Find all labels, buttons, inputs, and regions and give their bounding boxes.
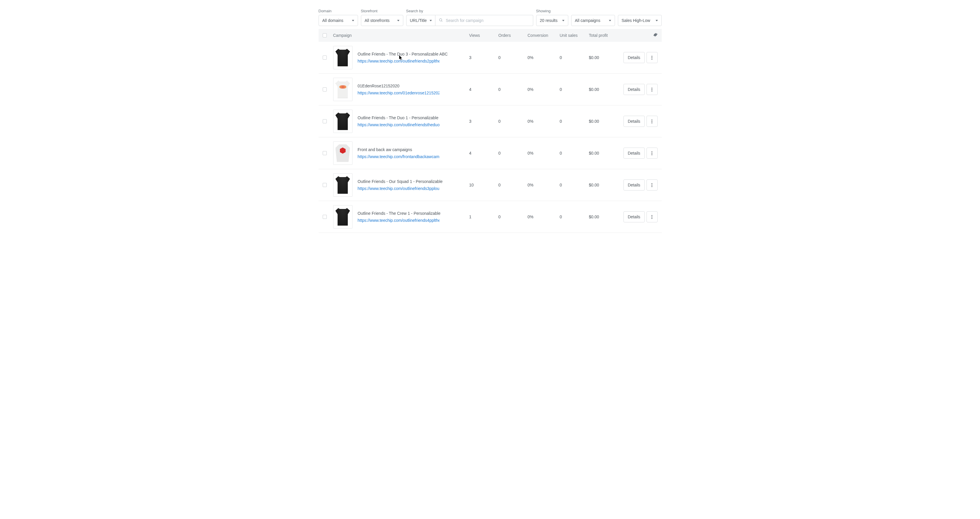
searchby-select[interactable]: URL/Title	[406, 15, 435, 26]
chevron-down-icon	[397, 20, 399, 21]
campaign-title: Outline Friends - The Duo 3 - Personaliz…	[358, 52, 448, 56]
product-thumbnail	[333, 173, 352, 196]
thumbnail-image	[336, 112, 350, 130]
orders-cell: 0	[498, 119, 528, 124]
more-actions-button[interactable]	[646, 84, 658, 95]
more-vertical-icon	[651, 152, 652, 155]
campaign-cell: 01EdenRose12152020 https://www.teechip.c…	[333, 78, 469, 101]
filter-bar: Domain All domains Storefront All storef…	[318, 9, 662, 26]
sort-label	[618, 9, 662, 13]
row-checkbox-wrap	[323, 215, 333, 219]
conversion-cell: 0%	[528, 151, 560, 155]
row-checkbox[interactable]	[323, 56, 327, 60]
search-input-wrap	[435, 15, 533, 26]
gear-icon[interactable]	[653, 32, 658, 38]
table-body: Outline Friends - The Duo 3 - Personaliz…	[318, 42, 662, 233]
campaign-url[interactable]: https://www.teechip.com/outlinefriendsth…	[358, 123, 439, 127]
total-profit-cell: $0.00	[589, 55, 618, 60]
more-actions-button[interactable]	[646, 52, 658, 63]
views-cell: 3	[469, 119, 498, 124]
select-all-wrap	[323, 33, 333, 37]
more-actions-button[interactable]	[646, 179, 658, 190]
sort-select[interactable]: Sales High-Low	[618, 15, 662, 26]
actions-cell: Details	[618, 148, 658, 159]
views-cell: 4	[469, 151, 498, 155]
showing-label: Showing	[536, 9, 568, 13]
campaign-cell: Outline Friends - The Crew 1 - Personali…	[333, 205, 469, 228]
chevron-down-icon	[430, 20, 432, 21]
unit-sales-cell: 0	[560, 214, 589, 219]
showing-value: 20 results	[540, 18, 558, 23]
campaigns-page: Domain All domains Storefront All storef…	[318, 9, 662, 233]
campaign-url[interactable]: https://www.teechip.com/outlinefriends3p…	[358, 186, 439, 191]
campaign-texts: Outline Friends - The Duo 1 - Personaliz…	[358, 115, 439, 127]
orders-cell: 0	[498, 87, 528, 92]
views-cell: 4	[469, 87, 498, 92]
more-actions-button[interactable]	[646, 116, 658, 127]
search-group: Search by URL/Title	[406, 9, 533, 26]
table-row: Outline Friends - The Duo 3 - Personaliz…	[318, 42, 662, 73]
campaign-title: Outline Friends - The Crew 1 - Personali…	[358, 211, 441, 216]
details-button[interactable]: Details	[624, 211, 645, 222]
header-actions	[618, 32, 658, 38]
campaign-url[interactable]: https://www.teechip.com/outlinefriends4p…	[358, 218, 439, 223]
row-checkbox-wrap	[323, 151, 333, 155]
conversion-cell: 0%	[528, 214, 560, 219]
header-total-profit: Total profit	[589, 33, 618, 38]
unit-sales-cell: 0	[560, 119, 589, 124]
more-actions-button[interactable]	[646, 148, 658, 159]
orders-cell: 0	[498, 183, 528, 187]
campaign-title: Outline Friends - Our Squad 1 - Personal…	[358, 179, 443, 184]
row-checkbox[interactable]	[323, 215, 327, 219]
row-checkbox[interactable]	[323, 119, 327, 123]
total-profit-cell: $0.00	[589, 119, 618, 124]
row-checkbox-wrap	[323, 87, 333, 91]
orders-cell: 0	[498, 151, 528, 155]
more-actions-button[interactable]	[646, 211, 658, 222]
row-checkbox[interactable]	[323, 183, 327, 187]
table-row: 01EdenRose12152020 https://www.teechip.c…	[318, 73, 662, 105]
details-button[interactable]: Details	[624, 148, 645, 159]
row-checkbox-wrap	[323, 119, 333, 123]
conversion-cell: 0%	[528, 183, 560, 187]
campaign-url[interactable]: https://www.teechip.com/01edenrose121520…	[358, 91, 439, 95]
details-button[interactable]: Details	[624, 84, 645, 95]
unit-sales-cell: 0	[560, 55, 589, 60]
header-campaign: Campaign	[333, 33, 469, 38]
details-button[interactable]: Details	[624, 179, 645, 190]
details-button[interactable]: Details	[624, 52, 645, 63]
campaign-cell: Outline Friends - The Duo 3 - Personaliz…	[333, 46, 469, 69]
actions-cell: Details	[618, 84, 658, 95]
domain-label: Domain	[318, 9, 358, 13]
header-unit-sales: Unit sales	[560, 33, 589, 38]
campaign-url[interactable]: https://www.teechip.com/frontandbackawca…	[358, 154, 439, 159]
campaign-url[interactable]: https://www.teechip.com/outlinefriends2p…	[358, 59, 439, 64]
views-cell: 1	[469, 214, 498, 219]
row-checkbox-wrap	[323, 56, 333, 60]
campaign-filter-select[interactable]: All campaigns	[571, 15, 615, 26]
search-input[interactable]	[446, 18, 530, 23]
more-vertical-icon	[651, 56, 652, 60]
search-icon	[439, 18, 443, 23]
campaign-filter-label	[571, 9, 615, 13]
more-vertical-icon	[651, 215, 652, 219]
select-all-checkbox[interactable]	[323, 33, 327, 37]
campaign-texts: Outline Friends - The Crew 1 - Personali…	[358, 211, 441, 223]
more-vertical-icon	[651, 88, 652, 91]
conversion-cell: 0%	[528, 87, 560, 92]
product-thumbnail	[333, 141, 352, 165]
showing-filter-group: Showing 20 results	[536, 9, 568, 26]
storefront-filter-group: Storefront All storefronts	[361, 9, 403, 26]
showing-select[interactable]: 20 results	[536, 15, 568, 26]
row-checkbox[interactable]	[323, 87, 327, 91]
actions-cell: Details	[618, 211, 658, 222]
domain-select[interactable]: All domains	[318, 15, 358, 26]
domain-value: All domains	[322, 18, 344, 23]
table-row: Outline Friends - Our Squad 1 - Personal…	[318, 169, 662, 201]
details-button[interactable]: Details	[624, 116, 645, 127]
chevron-down-icon	[562, 20, 565, 21]
row-checkbox[interactable]	[323, 151, 327, 155]
unit-sales-cell: 0	[560, 87, 589, 92]
storefront-select[interactable]: All storefronts	[361, 15, 403, 26]
conversion-cell: 0%	[528, 55, 560, 60]
